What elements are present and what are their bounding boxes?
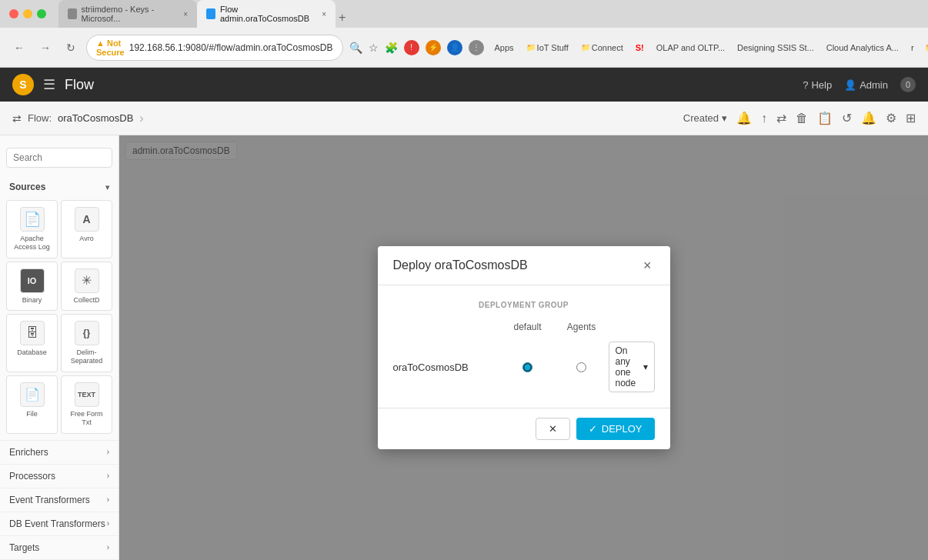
sources-section-header[interactable]: Sources ▾ <box>0 177 119 197</box>
enrichers-section[interactable]: Enrichers › <box>0 440 119 464</box>
modal-close-button[interactable]: × <box>640 258 655 272</box>
apache-label: ApacheAccess Log <box>14 235 50 252</box>
breadcrumb-created-dropdown[interactable]: Created ▾ <box>683 112 727 124</box>
content-area: admin.oraToCosmosDB Deploy oraToCosmosDB… <box>119 135 928 560</box>
hamburger-menu-icon[interactable]: ☰ <box>43 76 55 93</box>
app-logo-letter: S <box>19 78 26 91</box>
modal-header: Deploy oraToCosmosDB × <box>378 246 670 285</box>
sidebar-item-file[interactable]: 📄 File <box>6 375 58 434</box>
browser-tab-flow[interactable]: Flow admin.oraToCosmosDB × <box>197 0 335 28</box>
browser-forward-button[interactable]: → <box>35 38 55 57</box>
bookmark-olap[interactable]: OLAP and OLTP... <box>652 42 729 54</box>
avro-label: Avro <box>79 235 93 243</box>
browser-back-button[interactable]: ← <box>9 38 29 57</box>
bookmark-cloud[interactable]: Cloud Analytics A... <box>822 42 903 54</box>
sources-grid: 📄 ApacheAccess Log A Avro IO Binary ✳ Co… <box>0 197 119 437</box>
browser-tabs: striimdemo - Keys - Microsof... × Flow a… <box>58 0 919 28</box>
delete-icon[interactable]: 🗑 <box>796 112 808 125</box>
breadcrumb-flow-label: Flow: <box>28 112 52 124</box>
modal-body: DEPLOYMENT GROUP default Agents <box>378 285 670 408</box>
node-selector-arrow-icon: ▾ <box>643 362 648 372</box>
browser-bookmarks: Apps 📁 IoT Stuff 📁 Connect S! OLAP and O… <box>490 38 928 57</box>
tab-favicon-keys <box>68 8 77 19</box>
event-transformers-section[interactable]: Event Transformers › <box>0 488 119 512</box>
processors-section[interactable]: Processors › <box>0 464 119 488</box>
delim-icon: {} <box>75 321 99 345</box>
breadcrumb-pipeline-name[interactable]: oraToCosmosDB <box>58 112 133 124</box>
browser-dot-minimize[interactable] <box>23 9 32 18</box>
browser-tab-flow-close[interactable]: × <box>322 10 326 18</box>
deployment-node-selector[interactable]: On any one node ▾ <box>609 342 655 392</box>
bookmark-ssis[interactable]: Designing SSIS St... <box>733 42 819 54</box>
breadcrumb: ⇄ Flow: oraToCosmosDB › <box>12 112 144 125</box>
notifications-badge[interactable]: 0 <box>900 77 916 92</box>
deploy-button[interactable]: ✓ DEPLOY <box>576 418 655 440</box>
bookmark-iot[interactable]: 📁 IoT Stuff <box>522 42 573 54</box>
sidebar-item-collectd[interactable]: ✳ CollectD <box>61 262 112 312</box>
bookmark-s[interactable]: S! <box>631 42 649 54</box>
browser-tab-keys-label: striimdemo - Keys - Microsof... <box>82 5 176 23</box>
profile-orange-icon[interactable]: ⚡ <box>426 40 441 55</box>
profile-red-icon[interactable]: ! <box>404 40 419 55</box>
new-tab-button[interactable]: + <box>335 8 349 28</box>
sources-section: Sources ▾ 📄 ApacheAccess Log A Avro IO B… <box>0 174 119 440</box>
notification-icon[interactable]: 🔔 <box>736 111 752 125</box>
search-icon[interactable]: 🔍 <box>349 42 362 54</box>
bookmark-connect[interactable]: 📁 Connect <box>576 42 628 54</box>
profile-blue-icon[interactable]: 👤 <box>447 40 462 55</box>
deployment-agents-radio[interactable] <box>576 362 586 372</box>
file-icon: 📄 <box>20 382 45 407</box>
help-nav-item[interactable]: ? Help <box>803 79 832 91</box>
processors-arrow-icon: › <box>107 472 109 480</box>
profile-gray-icon[interactable]: ⋮ <box>469 40 484 55</box>
badge-count: 0 <box>906 80 910 89</box>
cancel-button[interactable]: ✕ <box>536 418 570 440</box>
browser-nav-bar: ← → ↻ ▲ Not Secure 192.168.56.1:9080/#/f… <box>0 28 928 68</box>
deployment-table: default Agents oraToCosmosDB <box>393 322 655 392</box>
alert-icon[interactable]: 🔔 <box>861 111 876 125</box>
browser-dot-close[interactable] <box>9 9 18 18</box>
sidebar-item-freeform[interactable]: TEXT Free FormTxt <box>61 375 112 434</box>
browser-address-bar[interactable]: ▲ Not Secure 192.168.56.1:9080/#/flow/ad… <box>86 35 343 61</box>
sources-arrow-icon: ▾ <box>105 183 109 192</box>
settings-icon[interactable]: ⚙ <box>886 111 896 125</box>
sync-icon[interactable]: ⇄ <box>776 111 786 125</box>
app-container: S ☰ Flow ? Help 👤 Admin 0 ⇄ Flow: oraToC… <box>0 68 928 560</box>
browser-tab-keys[interactable]: striimdemo - Keys - Microsof... × <box>58 0 197 28</box>
binary-label: Binary <box>22 296 42 305</box>
search-input[interactable] <box>6 148 112 168</box>
sidebar-item-avro[interactable]: A Avro <box>61 200 112 258</box>
browser-dot-maximize[interactable] <box>37 9 46 18</box>
browser-tab-keys-close[interactable]: × <box>183 10 188 18</box>
bookmark-apps[interactable]: Apps <box>490 42 519 54</box>
admin-nav-item[interactable]: 👤 Admin <box>844 79 888 91</box>
event-transformers-arrow-icon: › <box>107 495 109 504</box>
event-transformers-label: Event Transformers <box>9 495 90 505</box>
sources-label: Sources <box>9 182 45 192</box>
browser-refresh-button[interactable]: ↻ <box>62 38 80 57</box>
sidebar: Sources ▾ 📄 ApacheAccess Log A Avro IO B… <box>0 135 119 560</box>
sidebar-item-delim[interactable]: {} Delim-Separated <box>61 314 112 372</box>
bookmark-r[interactable]: r <box>906 42 919 54</box>
database-label: Database <box>17 348 47 357</box>
sidebar-item-binary[interactable]: IO Binary <box>6 262 58 312</box>
targets-section[interactable]: Targets › <box>0 535 119 559</box>
upload-icon[interactable]: ↑ <box>761 112 767 125</box>
app-title: Flow <box>65 77 94 93</box>
sidebar-item-apache[interactable]: 📄 ApacheAccess Log <box>6 200 58 258</box>
star-icon[interactable]: ☆ <box>369 42 379 54</box>
grid-icon[interactable]: ⊞ <box>906 111 916 125</box>
freeform-icon: TEXT <box>75 382 99 407</box>
clipboard-icon[interactable]: 📋 <box>817 111 833 125</box>
db-event-transformers-section[interactable]: DB Event Transformers › <box>0 512 119 535</box>
delim-label: Delim-Separated <box>71 348 103 365</box>
breadcrumb-separator: › <box>139 112 143 125</box>
browser-toolbar-icons: 🔍 ☆ 🧩 ! ⚡ 👤 ⋮ <box>349 40 484 55</box>
undo-icon[interactable]: ↺ <box>842 111 852 125</box>
deployment-default-radio[interactable] <box>522 362 532 372</box>
extensions-icon[interactable]: 🧩 <box>385 42 398 54</box>
app-nav: S ☰ Flow ? Help 👤 Admin 0 <box>0 68 928 102</box>
deployment-table-row: oraToCosmosDB On any one node <box>393 342 655 392</box>
sidebar-item-database[interactable]: 🗄 Database <box>6 314 58 372</box>
enrichers-arrow-icon: › <box>107 448 109 456</box>
